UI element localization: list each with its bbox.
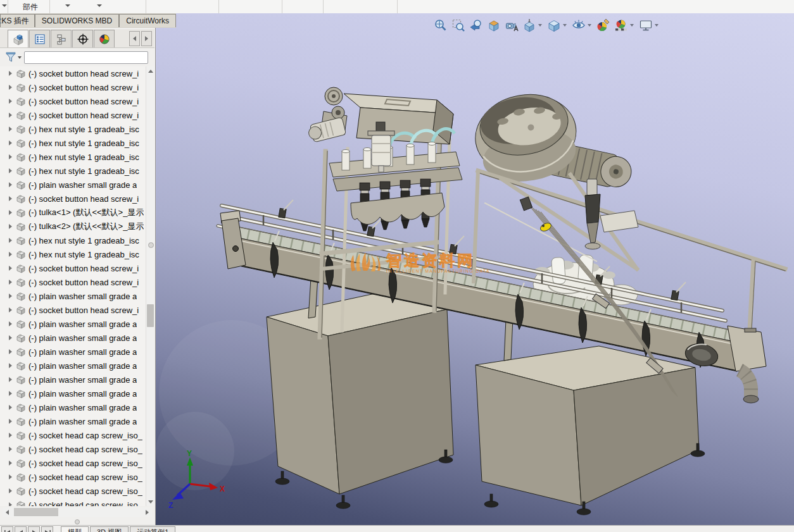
filter-funnel-icon[interactable] [5,51,16,64]
tree-item[interactable]: (-) socket button head screw_i [0,275,147,289]
tree-item[interactable]: (-) socket head cap screw_iso_ [0,498,147,506]
tree-item[interactable]: (-) socket head cap screw_iso_ [0,470,147,484]
tree-vertical-scrollbar[interactable] [146,66,154,506]
expand-arrow-icon[interactable] [9,99,12,104]
tree-item[interactable]: (-) hex nut style 1 gradeab_isc [0,136,147,150]
expand-arrow-icon[interactable] [9,210,12,215]
scrollbar-thumb[interactable] [14,508,58,516]
tree-item[interactable]: (-) socket head cap screw_iso_ [0,484,147,498]
tree-item[interactable]: (-) plain washer small grade a [0,373,147,387]
tree-item[interactable]: (-) plain washer small grade a [0,345,147,359]
tab-dimxpertmanager[interactable] [72,30,93,47]
dropdown-caret-icon[interactable] [65,4,70,7]
tree-item[interactable]: (-) socket button head screw_i [0,261,147,275]
tree-item[interactable]: (-) socket head cap screw_iso_ [0,456,147,470]
dropdown-caret-icon[interactable] [538,24,542,27]
filter-dropdown-caret[interactable] [18,56,22,59]
tab-model[interactable]: 模型 [61,526,89,532]
scroll-down-button[interactable] [146,497,154,506]
tree-item[interactable]: (-) tulka<2> (默认<<默认>_显示 [0,220,147,233]
tab-solidworks-addins[interactable]: SOLIDWORKS 插件 [0,14,35,27]
tree-item[interactable]: (-) plain washer small grade a [0,178,147,192]
expand-arrow-icon[interactable] [9,280,12,285]
expand-arrow-icon[interactable] [9,113,12,118]
expand-arrow-icon[interactable] [9,196,12,201]
tab-solidworks-mbd[interactable]: SOLIDWORKS MBD [35,14,119,27]
view-settings-button[interactable] [637,17,654,34]
expand-arrow-icon[interactable] [9,182,12,187]
dropdown-caret-icon[interactable] [630,24,634,27]
tab-configurationmanager[interactable] [51,30,72,47]
hide-show-items-button[interactable] [570,17,587,34]
tree-item[interactable]: (-) socket head cap screw_iso_ [0,442,147,456]
tree-item[interactable]: (-) plain washer small grade a [0,317,147,331]
expand-arrow-icon[interactable] [9,461,12,466]
tab-displaymanager[interactable] [94,30,115,47]
expand-arrow-icon[interactable] [9,294,12,299]
expand-arrow-icon[interactable] [9,502,12,506]
fm-scroll-left-button[interactable] [129,31,140,46]
expand-arrow-icon[interactable] [9,224,12,229]
tree-item[interactable]: (-) hex nut style 1 gradeab_isc [0,233,147,247]
expand-arrow-icon[interactable] [9,127,12,132]
zoom-to-area-button[interactable] [450,17,467,34]
component-button[interactable]: 部件 [23,2,38,13]
expand-arrow-icon[interactable] [9,363,12,368]
section-view-button[interactable] [485,17,502,34]
view-orientation-button[interactable] [520,17,538,34]
next-study-button[interactable] [28,526,40,532]
expand-arrow-icon[interactable] [9,238,12,243]
tree-item[interactable]: (-) socket button head screw_i [0,192,147,206]
expand-arrow-icon[interactable] [9,307,12,312]
expand-arrow-icon[interactable] [9,447,12,452]
expand-arrow-icon[interactable] [9,71,12,76]
tree-item[interactable]: (-) hex nut style 1 gradeab_isc [0,164,147,178]
tree-item[interactable]: (-) plain washer small grade a [0,289,147,303]
tree-item[interactable]: (-) hex nut style 1 gradeab_isc [0,247,147,261]
tab-circuitworks[interactable]: CircuitWorks [119,14,176,27]
panel-splitter-dot[interactable] [148,242,154,248]
tab-motion-study-1[interactable]: 运动算例1 [130,526,175,532]
expand-arrow-icon[interactable] [9,252,12,257]
tree-item[interactable]: (-) plain washer small grade a [0,359,147,373]
last-study-button[interactable] [41,526,53,532]
tree-item[interactable]: (-) hex nut style 1 gradeab_isc [0,122,147,136]
expand-arrow-icon[interactable] [9,391,12,396]
tree-item[interactable]: (-) plain washer small grade a [0,400,147,414]
dropdown-caret-icon[interactable] [2,4,7,7]
expand-arrow-icon[interactable] [9,488,12,493]
dropdown-caret-icon[interactable] [655,24,659,27]
edit-appearance-button[interactable] [595,17,612,34]
expand-arrow-icon[interactable] [9,474,12,479]
tree-item[interactable]: (-) tulka<1> (默认<<默认>_显示 [0,206,147,220]
previous-view-button[interactable] [467,17,484,34]
tree-item[interactable]: (-) socket button head screw_i [0,108,147,122]
zoom-to-fit-button[interactable] [432,17,449,34]
expand-arrow-icon[interactable] [9,405,12,410]
tree-item[interactable]: (-) plain washer small grade a [0,387,147,400]
tree-item[interactable]: (-) socket button head screw_i [0,66,147,80]
tree-item[interactable]: (-) socket button head screw_i [0,303,147,317]
scroll-up-button[interactable] [146,66,154,75]
tree-item[interactable]: (-) plain washer small grade a [0,414,147,428]
tree-item[interactable]: (-) socket button head screw_i [0,94,147,108]
tab-featuremanager-tree[interactable] [8,30,28,47]
dropdown-caret-icon[interactable] [563,24,567,27]
expand-arrow-icon[interactable] [9,433,12,438]
tree-horizontal-scrollbar[interactable] [3,507,152,517]
scroll-left-button[interactable] [3,507,12,517]
expand-arrow-icon[interactable] [9,140,12,145]
tab-propertymanager[interactable] [29,30,50,47]
tree-filter-input[interactable] [24,51,148,64]
expand-arrow-icon[interactable] [9,349,12,354]
apply-scene-button[interactable] [612,17,629,34]
expand-arrow-icon[interactable] [9,335,12,340]
expand-arrow-icon[interactable] [9,85,12,90]
previous-study-button[interactable] [15,526,27,532]
dropdown-caret-icon[interactable] [588,24,591,27]
display-style-button[interactable] [545,17,562,34]
tab-3d-views[interactable]: 3D 视图 [90,526,129,532]
expand-arrow-icon[interactable] [9,266,12,271]
expand-arrow-icon[interactable] [9,419,12,424]
tree-item[interactable]: (-) hex nut style 1 gradeab_isc [0,150,147,164]
